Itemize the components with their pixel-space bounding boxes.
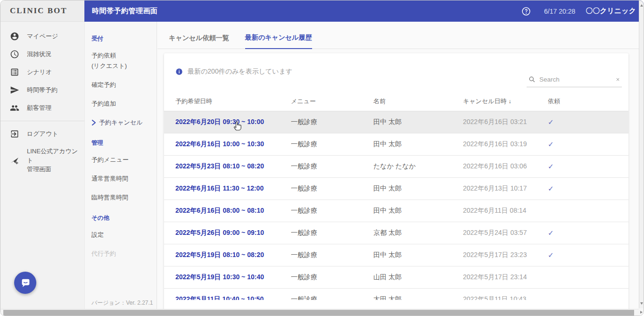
sidebar-item-mypage[interactable]: マイページ — [0, 27, 84, 45]
vertical-scrollbar[interactable] — [639, 0, 644, 308]
menu-cell: 一般診療 — [291, 251, 373, 259]
submenu-item-settings[interactable]: 設定 — [91, 231, 157, 239]
booking-datetime-link[interactable]: 2022年5月23日 08:10 ~ 08:20 — [175, 162, 291, 171]
close-icon[interactable] — [615, 76, 621, 83]
scenario-list-icon — [10, 67, 19, 77]
requested-check-icon: ✓ — [548, 251, 617, 259]
brand-logo: CLINIC BOT — [0, 0, 84, 22]
people-icon — [10, 103, 19, 113]
scroll-right-icon[interactable] — [640, 311, 643, 314]
logout-icon — [10, 129, 19, 139]
column-header-cancelled-at[interactable]: キャンセル日時↓ — [463, 97, 548, 106]
name-cell: 田中 太郎 — [373, 251, 463, 259]
booking-datetime-link[interactable]: 2022年5月11日 10:40 ~ 10:50 — [175, 295, 291, 300]
cancelled-at-cell: 2022年5月17日 23:14 — [463, 273, 548, 282]
booking-datetime-link[interactable]: 2022年6月16日 10:00 ~ 10:30 — [175, 140, 291, 149]
column-header-name[interactable]: 名前 — [373, 97, 463, 106]
submenu-item-proxy-booking: 代行予約 — [91, 249, 157, 258]
sidebar-item-scenario[interactable]: シナリオ — [0, 63, 84, 81]
cancelled-at-cell: 2022年5月11日 10:43 — [463, 295, 548, 300]
booking-datetime-link[interactable]: 2022年6月16日 08:00 ~ 08:10 — [175, 207, 291, 215]
chevron-right-icon — [91, 120, 96, 125]
name-cell: 田中 太郎 — [373, 140, 463, 149]
name-cell: たなか たなか — [373, 162, 463, 171]
submenu-item-cancel-booking[interactable]: 予約キャンセル — [91, 118, 157, 127]
table-row[interactable]: 2022年6月20日 09:30 ~ 10:00 一般診療 田中 太郎 2022… — [164, 111, 628, 133]
column-header-requested[interactable]: 依頼 — [548, 97, 617, 106]
name-cell: 田中 太郎 — [373, 207, 463, 215]
title-bar: 時間帯予約管理画面 6/17 20:28 〇〇クリニック — [84, 0, 644, 22]
column-header-datetime[interactable]: 予約希望日時 — [175, 97, 291, 106]
left-sidebar: マイページ 混雑状況 シナリオ 時間帯予約 顧客管理 ログアウト — [0, 22, 84, 316]
cancelled-at-cell: 2022年5月24日 03:57 — [463, 229, 548, 237]
info-icon — [175, 68, 183, 75]
tab-latest-cancel-history[interactable]: 最新のキャンセル履歴 — [245, 33, 312, 49]
scrollbar-corner — [639, 309, 644, 316]
requested-check-icon: ✓ — [548, 118, 617, 126]
scroll-up-icon[interactable] — [640, 4, 643, 7]
table-row[interactable]: 2022年6月16日 10:00 ~ 10:30 一般診療 田中 太郎 2022… — [164, 133, 628, 156]
sidebar-item-label: ログアウト — [27, 130, 58, 138]
submenu-item-business-hours[interactable]: 通常営業時間 — [91, 175, 157, 183]
sidebar-item-logout[interactable]: ログアウト — [0, 125, 84, 143]
line-account-gear-icon — [10, 156, 19, 165]
requested-check-icon: ✓ — [548, 162, 617, 171]
submenu-item-confirmed-booking[interactable]: 確定予約 — [91, 81, 157, 89]
booking-datetime-link[interactable]: 2022年6月20日 09:30 ~ 10:00 — [175, 118, 291, 126]
chat-launcher-button[interactable] — [14, 272, 36, 294]
tab-cancel-request-list[interactable]: キャンセル依頼一覧 — [169, 34, 229, 49]
booking-datetime-link[interactable]: 2022年6月16日 11:30 ~ 12:00 — [175, 184, 291, 193]
name-cell: 京都 太郎 — [373, 229, 463, 237]
scroll-down-icon[interactable] — [640, 302, 643, 305]
submenu-item-booking-request[interactable]: 予約依頼 (リクエスト) — [91, 51, 157, 70]
sidebar-item-congestion[interactable]: 混雑状況 — [0, 45, 84, 63]
main-content: キャンセル依頼一覧 最新のキャンセル履歴 最新の200件のみを表示しています — [157, 22, 644, 316]
cancelled-at-cell: 2022年6月16日 03:21 — [463, 118, 548, 126]
table-header-row: 予約希望日時 メニュー 名前 キャンセル日時↓ 依頼 — [164, 91, 628, 111]
submenu-item-temporary-hours[interactable]: 臨時営業時間 — [91, 193, 157, 202]
column-header-menu[interactable]: メニュー — [291, 97, 373, 106]
table-row[interactable]: 2022年6月16日 11:30 ~ 12:00 一般診療 田中 太郎 2022… — [164, 178, 628, 200]
name-cell: 田中 太郎 — [373, 184, 463, 193]
header-datetime: 6/17 20:28 — [544, 8, 575, 15]
name-cell: 太田 太郎 — [373, 295, 463, 300]
sidebar-item-line-account[interactable]: LINE公式アカウント 管理画面 — [0, 143, 84, 178]
sidebar-item-label: マイページ — [27, 32, 58, 41]
booking-datetime-link[interactable]: 2022年5月19日 10:30 ~ 10:40 — [175, 273, 291, 282]
menu-cell: 一般診療 — [291, 295, 373, 300]
submenu-section-other: その他 — [91, 214, 157, 222]
menu-cell: 一般診療 — [291, 162, 373, 171]
booking-datetime-link[interactable]: 2022年5月19日 08:10 ~ 08:20 — [175, 251, 291, 259]
sidebar-divider — [0, 121, 84, 121]
submenu-item-add-booking[interactable]: 予約追加 — [91, 100, 157, 108]
cancel-history-table: 予約希望日時 メニュー 名前 キャンセル日時↓ 依頼 2022年6月20日 09… — [164, 91, 628, 300]
table-row[interactable]: 2022年6月16日 08:00 ~ 08:10 一般診療 田中 太郎 2022… — [164, 200, 628, 222]
app-window: CLINIC BOT 時間帯予約管理画面 6/17 20:28 〇〇クリニック … — [0, 0, 644, 316]
menu-cell: 一般診療 — [291, 118, 373, 126]
send-icon — [10, 85, 19, 95]
clinic-name: 〇〇クリニック — [586, 7, 636, 16]
horizontal-scrollbar[interactable] — [0, 309, 640, 316]
sidebar-item-customers[interactable]: 顧客管理 — [0, 99, 84, 117]
notice-text: 最新の200件のみを表示しています — [188, 67, 292, 76]
search-input[interactable] — [539, 76, 611, 83]
search-icon — [528, 76, 536, 83]
person-circle-icon — [10, 32, 19, 41]
booking-datetime-link[interactable]: 2022年5月26日 09:00 ~ 09:10 — [175, 229, 291, 237]
horizontal-scrollbar-thumb[interactable] — [3, 310, 634, 316]
help-icon[interactable] — [521, 7, 531, 16]
sort-desc-icon: ↓ — [509, 98, 512, 105]
name-cell: 田中 太郎 — [373, 118, 463, 126]
sidebar-item-label: シナリオ — [27, 68, 52, 76]
cancel-history-card: 最新の200件のみを表示しています 予約希望日時 メニュー 名前 — [164, 53, 628, 316]
clock-icon — [10, 50, 19, 59]
table-row[interactable]: 2022年5月19日 08:10 ~ 08:20 一般診療 田中 太郎 2022… — [164, 244, 628, 266]
table-row-clipped[interactable]: 2022年5月11日 10:40 ~ 10:50 一般診療 太田 太郎 2022… — [164, 289, 628, 300]
table-row[interactable]: 2022年5月19日 10:30 ~ 10:40 一般診療 山田 太郎 2022… — [164, 266, 628, 289]
table-row[interactable]: 2022年5月23日 08:10 ~ 08:20 一般診療 たなか たなか 20… — [164, 156, 628, 178]
search-box — [527, 73, 622, 87]
chat-bubble-icon — [19, 277, 32, 289]
table-row[interactable]: 2022年5月26日 09:00 ~ 09:10 一般診療 京都 太郎 2022… — [164, 222, 628, 244]
submenu-item-booking-menu[interactable]: 予約メニュー — [91, 156, 157, 164]
sidebar-item-timeslot-booking[interactable]: 時間帯予約 — [0, 81, 84, 99]
